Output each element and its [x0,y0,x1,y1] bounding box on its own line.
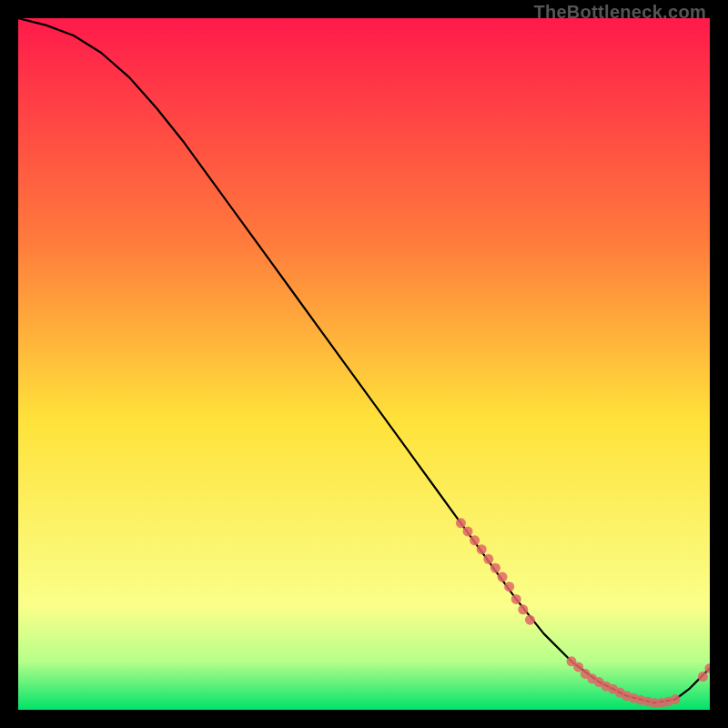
data-point [456,518,466,528]
data-point [518,604,528,614]
data-point [490,563,500,573]
data-point [504,581,514,592]
data-point [483,554,493,564]
plot-area [18,18,710,710]
data-point [498,572,508,582]
data-point [511,594,521,604]
data-point [463,526,473,536]
gradient-background [18,18,710,710]
data-point [671,694,681,704]
data-point [698,672,708,682]
data-point [470,535,480,545]
chart-frame: TheBottleneck.com [0,0,728,728]
data-point [477,544,487,554]
data-point [525,615,535,625]
chart-svg [18,18,710,710]
